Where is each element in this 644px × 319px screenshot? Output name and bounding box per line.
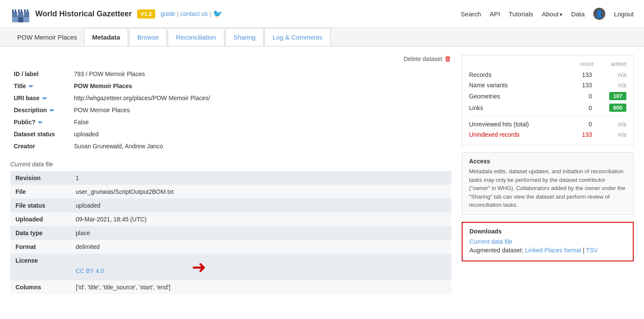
meta-label-title: Title ✏ bbox=[10, 80, 71, 92]
downloads-box: Downloads Current data file Augmented da… bbox=[462, 222, 634, 261]
tab-bar: POW Memoir Places Metadata Browse Reconc… bbox=[0, 28, 644, 46]
meta-label-creator: Creator bbox=[10, 140, 71, 152]
svg-rect-7 bbox=[21, 9, 22, 13]
tab-sharing[interactable]: Sharing bbox=[225, 28, 264, 46]
downloads-current-file-line: Current data file bbox=[469, 238, 626, 245]
header-nav: Search API Tutorials About Data 👤 Logout bbox=[461, 8, 634, 20]
public-edit-icon[interactable]: ✏ bbox=[38, 120, 43, 126]
data-nav-link[interactable]: Data bbox=[571, 10, 585, 18]
about-chevron-icon bbox=[560, 10, 562, 18]
desc-edit-icon[interactable]: ✏ bbox=[50, 107, 54, 113]
meta-label-uri: URI base ✏ bbox=[10, 92, 71, 104]
metadata-table: ID / label 793 / POW Memoir Places Title… bbox=[10, 68, 451, 152]
stats-count-geometries: 0 bbox=[575, 93, 592, 100]
meta-value-id: 793 / POW Memoir Places bbox=[71, 68, 451, 80]
right-panel: count added Records 133 n/a Name variant… bbox=[462, 55, 634, 294]
df-value-columns: ['id', 'title', 'title_source', 'start',… bbox=[71, 280, 451, 294]
df-label-license: License bbox=[10, 254, 71, 280]
stats-label-name-variants: Name variants bbox=[469, 82, 508, 89]
about-label: About bbox=[542, 10, 558, 18]
df-row-format: Format delimited bbox=[10, 240, 451, 254]
title-edit-icon[interactable]: ✏ bbox=[29, 83, 33, 89]
stats-divider bbox=[469, 116, 626, 117]
delete-dataset-button[interactable]: Delete dataset 🗑 bbox=[404, 55, 451, 63]
svg-rect-5 bbox=[15, 9, 16, 13]
stats-count-unindexed: 133 bbox=[575, 131, 592, 138]
version-badge: V1.2 bbox=[137, 9, 156, 18]
trash-icon: 🗑 bbox=[445, 55, 451, 63]
tutorials-nav-link[interactable]: Tutorials bbox=[509, 10, 533, 18]
stats-added-name-variants: n/a bbox=[609, 82, 626, 89]
api-nav-link[interactable]: API bbox=[490, 10, 500, 18]
main-content: Delete dataset 🗑 ID / label 793 / POW Me… bbox=[0, 46, 644, 303]
logo-area: World Historical Gazetteer bbox=[10, 3, 132, 24]
tab-metadata[interactable]: Metadata bbox=[84, 28, 128, 46]
meta-value-public: False bbox=[71, 116, 451, 128]
meta-value-creator: Susan Grunewald, Andrew Janco bbox=[71, 140, 451, 152]
header-left: World Historical Gazetteer V1.2 guide | … bbox=[10, 3, 222, 24]
left-panel: Delete dataset 🗑 ID / label 793 / POW Me… bbox=[10, 55, 451, 294]
df-label-revision: Revision bbox=[10, 171, 71, 185]
twitter-icon[interactable]: 🐦 bbox=[213, 9, 222, 18]
stats-row-records: Records 133 n/a bbox=[469, 70, 626, 80]
about-dropdown[interactable]: About bbox=[542, 10, 562, 18]
df-label-columns: Columns bbox=[10, 280, 71, 294]
meta-row-uri: URI base ✏ http://whgazetteer.org/places… bbox=[10, 92, 451, 104]
tsv-link[interactable]: TSV bbox=[586, 247, 598, 254]
linked-places-link[interactable]: Linked Places format bbox=[525, 247, 581, 254]
contact-link[interactable]: contact us bbox=[180, 10, 208, 17]
stats-col-added: added bbox=[611, 61, 626, 67]
red-arrow-icon: ➜ bbox=[192, 257, 206, 277]
df-row-uploaded: Uploaded 09-Mar-2021, 18:45 (UTC) bbox=[10, 212, 451, 226]
guide-link[interactable]: guide bbox=[160, 10, 175, 17]
tab-log-comments[interactable]: Log & Comments bbox=[264, 28, 331, 46]
license-link[interactable]: CC BY 4.0 bbox=[76, 267, 104, 274]
user-avatar-icon[interactable]: 👤 bbox=[593, 8, 605, 20]
df-value-license: CC BY 4.0 ➜ bbox=[71, 254, 451, 280]
meta-row-creator: Creator Susan Grunewald, Andrew Janco bbox=[10, 140, 451, 152]
stats-box: count added Records 133 n/a Name variant… bbox=[462, 55, 634, 145]
meta-row-status: Dataset status uploaded bbox=[10, 128, 451, 140]
tab-reconciliation[interactable]: Reconciliation bbox=[168, 28, 224, 46]
stats-header-row: count added bbox=[469, 61, 626, 67]
df-label-format: Format bbox=[10, 240, 71, 254]
meta-label-public: Public? ✏ bbox=[10, 116, 71, 128]
logout-link[interactable]: Logout bbox=[614, 10, 634, 18]
stats-badge-links: 600 bbox=[609, 104, 626, 112]
df-row-columns: Columns ['id', 'title', 'title_source', … bbox=[10, 280, 451, 294]
uri-edit-icon[interactable]: ✏ bbox=[43, 95, 47, 101]
augmented-prefix: Augmented dataset: bbox=[469, 247, 525, 254]
meta-row-id: ID / label 793 / POW Memoir Places bbox=[10, 68, 451, 80]
svg-rect-6 bbox=[18, 9, 20, 13]
meta-value-title: POW Memoir Places bbox=[71, 80, 451, 92]
stats-added-unindexed: n/a bbox=[609, 131, 626, 138]
df-row-datatype: Data type place bbox=[10, 226, 451, 240]
svg-rect-8 bbox=[24, 9, 26, 13]
df-label-datatype: Data type bbox=[10, 226, 71, 240]
df-value-file-status: uploaded bbox=[71, 199, 451, 212]
df-value-revision: 1 bbox=[71, 171, 451, 185]
meta-row-public: Public? ✏ False bbox=[10, 116, 451, 128]
tab-browse[interactable]: Browse bbox=[129, 28, 167, 46]
stats-added-records: n/a bbox=[609, 71, 626, 78]
data-file-table: Revision 1 File user_grunwas/ScriptOutpu… bbox=[10, 171, 451, 294]
access-title: Access bbox=[469, 158, 626, 165]
downloads-augmented-line: Augmented dataset: Linked Places format … bbox=[469, 247, 626, 254]
meta-label-id: ID / label bbox=[10, 68, 71, 80]
meta-value-uri: http://whgazetteer.org/places/POW Memoir… bbox=[71, 92, 451, 104]
stats-col-count: count bbox=[580, 61, 594, 67]
stats-row-unindexed: Unindexed records 133 n/a bbox=[469, 129, 626, 140]
search-nav-link[interactable]: Search bbox=[461, 10, 481, 18]
svg-rect-4 bbox=[12, 9, 14, 13]
current-data-file-link[interactable]: Current data file bbox=[469, 238, 512, 245]
df-row-license: License CC BY 4.0 ➜ bbox=[10, 254, 451, 280]
df-row-file-status: File status uploaded bbox=[10, 199, 451, 212]
site-title: World Historical Gazetteer bbox=[35, 9, 132, 18]
meta-value-desc: POW Memoir Places bbox=[71, 104, 451, 116]
stats-label-geometries: Geometries bbox=[469, 93, 500, 100]
df-value-datatype: place bbox=[71, 226, 451, 240]
stats-row-name-variants: Name variants 133 n/a bbox=[469, 80, 626, 90]
stats-label-links: Links bbox=[469, 104, 483, 111]
dataset-title-tab[interactable]: POW Memoir Places bbox=[10, 28, 84, 46]
meta-label-desc: Description ✏ bbox=[10, 104, 71, 116]
